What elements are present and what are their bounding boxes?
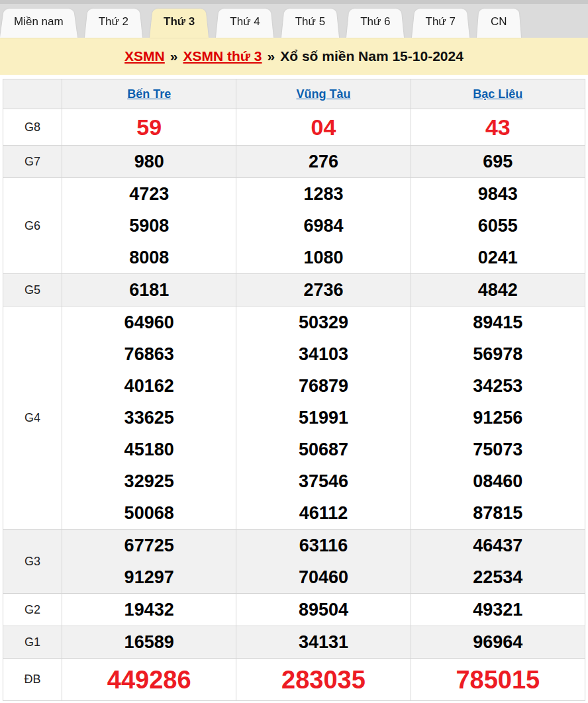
prize-label: G4: [3, 306, 62, 530]
prize-number: 04: [236, 109, 410, 145]
prize-number: 8008: [62, 242, 236, 273]
tab-label: CN: [491, 15, 507, 28]
prize-label: G7: [3, 146, 62, 178]
prize-number: 0241: [411, 242, 585, 273]
tab-thu-3[interactable]: Thứ 3: [150, 5, 209, 38]
prize-number: 19432: [62, 594, 236, 626]
result-cell: 6181: [62, 274, 236, 306]
prize-number: 46437: [411, 530, 585, 561]
province-header: Vũng Tàu: [236, 79, 411, 109]
result-cell: 19432: [62, 594, 236, 626]
prize-number: 76879: [236, 370, 410, 402]
prize-number: 91256: [411, 402, 585, 434]
province-link-ben-tre[interactable]: Bến Tre: [127, 87, 171, 101]
prize-number: 96964: [411, 626, 585, 658]
prize-label: G1: [3, 626, 62, 659]
corner-cell: [3, 79, 62, 109]
prize-number: 63116: [236, 530, 410, 561]
result-cell: 4842: [411, 274, 585, 306]
prize-number: 43: [411, 109, 585, 145]
tab-thu-5[interactable]: Thứ 5: [281, 5, 339, 38]
prize-number: 1080: [236, 242, 410, 273]
result-cell: 49321: [411, 594, 585, 626]
result-cell: 2736: [236, 274, 411, 306]
breadcrumb-separator: »: [170, 48, 178, 64]
table-row-g5: G5 6181 2736 4842: [3, 274, 585, 306]
result-cell: 9843 6055 0241: [411, 178, 585, 274]
result-cell: 16589: [62, 626, 236, 659]
prize-number: 4842: [411, 274, 585, 306]
result-cell: 59: [62, 109, 236, 146]
prize-number: 449286: [62, 659, 236, 700]
prize-number: 40162: [62, 370, 236, 402]
tab-thu-4[interactable]: Thứ 4: [216, 5, 273, 38]
prize-label: G6: [3, 178, 62, 274]
prize-number: 56978: [411, 338, 585, 370]
prize-number: 91297: [62, 561, 236, 593]
tab-thu-2[interactable]: Thứ 2: [85, 5, 142, 38]
tab-label: Thứ 6: [360, 15, 390, 28]
tab-mien-nam[interactable]: Miền nam: [0, 5, 77, 38]
prize-number: 46112: [236, 497, 410, 529]
result-cell: 89504: [236, 594, 411, 626]
prize-number: 89415: [411, 306, 585, 338]
prize-number: 785015: [411, 659, 585, 700]
table-row-g4: G4 64960 76863 40162 33625 45180 32925 5…: [3, 306, 585, 530]
breadcrumb-separator: »: [268, 48, 275, 64]
table-row-g8: G8 59 04 43: [3, 109, 585, 146]
prize-number: 4723: [62, 178, 236, 210]
result-cell: 96964: [411, 626, 585, 659]
result-cell: 63116 70460: [236, 530, 411, 594]
prize-number: 2736: [236, 274, 410, 306]
prize-number: 9843: [411, 178, 585, 210]
tab-label: Thứ 5: [295, 15, 325, 28]
result-cell: 283035: [236, 659, 411, 701]
table-row-g7: G7 980 276 695: [3, 146, 585, 178]
result-cell: 449286: [62, 659, 236, 701]
prize-number: 59: [62, 109, 236, 145]
table-row-db: ĐB 449286 283035 785015: [3, 659, 585, 701]
province-header: Bạc Liêu: [411, 79, 585, 109]
province-link-bac-lieu[interactable]: Bạc Liêu: [473, 87, 522, 101]
prize-label: G5: [3, 274, 62, 306]
prize-number: 6055: [411, 210, 585, 242]
breadcrumb-link-xsmn-thu3[interactable]: XSMN thứ 3: [183, 48, 262, 64]
prize-number: 276: [236, 146, 410, 177]
prize-number: 49321: [411, 594, 585, 626]
tab-label: Thứ 7: [426, 15, 456, 28]
tab-thu-7[interactable]: Thứ 7: [412, 5, 469, 38]
results-table: Bến Tre Vũng Tàu Bạc Liêu G8 59 04 43 G7…: [3, 79, 585, 701]
prize-number: 70460: [236, 561, 410, 593]
tab-label: Miền nam: [14, 15, 64, 28]
prize-number: 08460: [411, 465, 585, 497]
tab-label: Thứ 4: [230, 15, 260, 28]
result-cell: 67725 91297: [62, 530, 236, 594]
tab-cn[interactable]: CN: [477, 5, 521, 38]
result-cell: 64960 76863 40162 33625 45180 32925 5006…: [62, 306, 236, 530]
tab-thu-6[interactable]: Thứ 6: [346, 5, 404, 38]
province-link-vung-tau[interactable]: Vũng Tàu: [296, 87, 350, 101]
breadcrumb-link-xsmn[interactable]: XSMN: [124, 48, 165, 64]
prize-number: 22534: [411, 561, 585, 593]
result-cell: 1283 6984 1080: [236, 178, 411, 274]
prize-label: G3: [3, 530, 62, 594]
weekday-tabbar: Miền nam Thứ 2 Thứ 3 Thứ 4 Thứ 5 Thứ 6 T…: [0, 0, 588, 38]
prize-number: 75073: [411, 434, 585, 465]
prize-number: 1283: [236, 178, 410, 210]
results-table-wrapper: Bến Tre Vũng Tàu Bạc Liêu G8 59 04 43 G7…: [0, 75, 588, 701]
prize-number: 45180: [62, 434, 236, 465]
prize-number: 64960: [62, 306, 236, 338]
result-cell: 980: [62, 146, 236, 178]
prize-number: 16589: [62, 626, 236, 658]
prize-label: G2: [3, 594, 62, 626]
table-row-g1: G1 16589 34131 96964: [3, 626, 585, 659]
prize-number: 50329: [236, 306, 410, 338]
table-row-g2: G2 19432 89504 49321: [3, 594, 585, 626]
prize-number: 34103: [236, 338, 410, 370]
result-cell: 695: [411, 146, 585, 178]
result-cell: 50329 34103 76879 51991 50687 37546 4611…: [236, 306, 411, 530]
prize-number: 89504: [236, 594, 410, 626]
result-cell: 4723 5908 8008: [62, 178, 236, 274]
prize-label: G8: [3, 109, 62, 146]
table-row-g3: G3 67725 91297 63116 70460 46437 22534: [3, 530, 585, 594]
